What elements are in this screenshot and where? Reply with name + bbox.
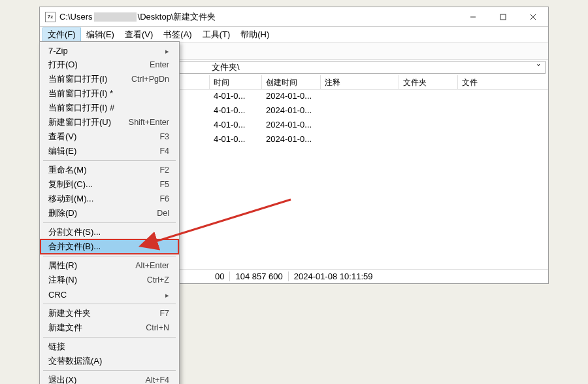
menu-notes[interactable]: 注释(N) Ctrl+Z (41, 273, 178, 287)
shortcut-label: F2 (159, 166, 169, 175)
cell-created: 2024-01-0... (262, 90, 321, 104)
col-modified[interactable]: 时间 (210, 75, 262, 89)
menu-copyto[interactable]: 复制到(C)... F5 (41, 177, 178, 192)
shortcut-label: Alt+F4 (146, 375, 169, 384)
menu-item-label: 分割文件(S)... (48, 226, 101, 238)
redacted-username (94, 12, 137, 22)
status-seg-1: 00 (210, 271, 230, 281)
menu-combine[interactable]: 合并文件(B)... (41, 239, 178, 254)
menu-item-label: 新建窗口打开(U) (48, 116, 111, 128)
menu-separator (43, 256, 176, 256)
cell-modified: 4-01-0... (210, 133, 262, 147)
menu-item-label: 7-Zip (48, 46, 68, 56)
menu-item-label: 复制到(C)... (48, 179, 93, 190)
cell-created: 2024-01-0... (262, 104, 321, 118)
menu-item-label: 退出(X) (48, 374, 76, 384)
menu-split[interactable]: 分割文件(S)... (41, 225, 178, 239)
menu-separator (43, 160, 176, 161)
minimize-button[interactable] (458, 7, 488, 26)
menu-delete[interactable]: 删除(D) Del (41, 206, 178, 220)
shortcut-label: F4 (159, 147, 169, 156)
cell-modified: 4-01-0... (210, 118, 262, 133)
col-created[interactable]: 创建时间 (262, 75, 321, 89)
menu-item-label: 当前窗口打开(I) # (48, 102, 114, 114)
cell-modified: 4-01-0... (210, 104, 262, 118)
menu-separator (43, 370, 176, 371)
menu-separator (43, 222, 176, 223)
submenu-arrow-icon (165, 46, 169, 56)
menu-help[interactable]: 帮助(H) (235, 27, 274, 42)
menu-item-label: 当前窗口打开(I) (48, 73, 107, 85)
close-icon (530, 14, 536, 20)
menu-item-label: 交替数据流(A) (48, 355, 102, 367)
menu-item-label: 合并文件(B)... (48, 241, 101, 253)
menu-item-label: 注释(N) (48, 274, 77, 286)
shortcut-label: F5 (159, 180, 169, 189)
col-file[interactable]: 文件 (458, 75, 517, 89)
shortcut-label: F6 (159, 194, 169, 203)
title-path-prefix: C:\Users (59, 12, 93, 22)
menu-newfolder[interactable]: 新建文件夹 F7 (41, 306, 178, 321)
shortcut-label: F3 (159, 132, 169, 141)
maximize-icon (500, 14, 506, 20)
menu-item-label: 链接 (48, 341, 65, 353)
menu-item-label: 重命名(M) (48, 164, 87, 176)
menu-7zip[interactable]: 7-Zip (41, 43, 178, 58)
col-comment[interactable]: 注释 (321, 75, 399, 89)
app-icon: 7z (45, 12, 56, 22)
menu-altstream[interactable]: 交替数据流(A) (41, 354, 178, 368)
menu-open-inside-hash[interactable]: 当前窗口打开(I) # (41, 101, 178, 115)
shortcut-label: Enter (150, 60, 169, 69)
maximize-button[interactable] (488, 7, 518, 26)
cell-created: 2024-01-0... (262, 118, 321, 133)
menu-item-label: 当前窗口打开(I) * (48, 88, 113, 99)
shortcut-label: Ctrl+PgDn (131, 75, 169, 84)
titlebar: 7z C:\Users \Desktop\新建文件夹 (40, 7, 548, 27)
menu-open-new[interactable]: 新建窗口打开(U) Shift+Enter (41, 115, 178, 130)
submenu-arrow-icon (165, 290, 169, 300)
address-chevron-icon[interactable]: ˅ (536, 63, 541, 73)
menu-file[interactable]: 文件(F) (42, 27, 81, 42)
menu-exit[interactable]: 退出(X) Alt+F4 (41, 373, 178, 384)
menu-item-label: 新建文件夹 (48, 307, 91, 319)
menu-moveto[interactable]: 移动到(M)... F6 (41, 192, 178, 206)
shortcut-label: Ctrl+N (146, 323, 169, 332)
cell-created: 2024-01-0... (262, 133, 321, 147)
menu-bookmark[interactable]: 书签(A) (158, 27, 197, 42)
menu-view[interactable]: 查看(V) F3 (41, 130, 178, 144)
shortcut-label: Shift+Enter (129, 118, 169, 127)
menu-rename[interactable]: 重命名(M) F2 (41, 163, 178, 177)
menubar: 文件(F) 编辑(E) 查看(V) 书签(A) 工具(T) 帮助(H) (40, 27, 548, 43)
status-seg-3: 2024-01-08 10:11:59 (289, 271, 378, 281)
menu-edit[interactable]: 编辑(E) F4 (41, 144, 178, 158)
shortcut-label: Del (157, 209, 169, 218)
menu-item-label: 打开(O) (48, 59, 78, 71)
menu-item-label: 删除(D) (48, 207, 77, 219)
col-folder[interactable]: 文件夹 (399, 75, 458, 89)
shortcut-label: Alt+Enter (135, 261, 169, 270)
menu-separator (43, 304, 176, 304)
menu-view[interactable]: 查看(V) (120, 27, 158, 42)
menu-crc[interactable]: CRC (41, 287, 178, 302)
close-button[interactable] (518, 7, 548, 26)
menu-tools[interactable]: 工具(T) (197, 27, 236, 42)
status-seg-2: 104 857 600 (230, 271, 288, 281)
cell-modified: 4-01-0... (210, 90, 262, 104)
menu-item-label: 新建文件 (48, 322, 82, 334)
menu-edit[interactable]: 编辑(E) (81, 27, 120, 42)
menu-props[interactable]: 属性(R) Alt+Enter (41, 258, 178, 273)
title-path-suffix: \Desktop\新建文件夹 (138, 11, 216, 23)
menu-open[interactable]: 打开(O) Enter (41, 58, 178, 72)
menu-newfile[interactable]: 新建文件 Ctrl+N (41, 321, 178, 335)
menu-item-label: 属性(R) (48, 260, 77, 271)
svg-rect-1 (500, 14, 506, 20)
shortcut-label: F7 (159, 309, 169, 318)
menu-separator (43, 337, 176, 338)
menu-item-label: 移动到(M)... (48, 193, 93, 205)
file-menu-dropdown: 7-Zip 打开(O) Enter 当前窗口打开(I) Ctrl+PgDn 当前… (39, 41, 180, 384)
shortcut-label: Ctrl+Z (147, 275, 169, 285)
menu-open-inside-star[interactable]: 当前窗口打开(I) * (41, 86, 178, 101)
menu-link[interactable]: 链接 (41, 340, 178, 354)
menu-item-label: CRC (48, 290, 67, 300)
menu-open-inside[interactable]: 当前窗口打开(I) Ctrl+PgDn (41, 72, 178, 86)
